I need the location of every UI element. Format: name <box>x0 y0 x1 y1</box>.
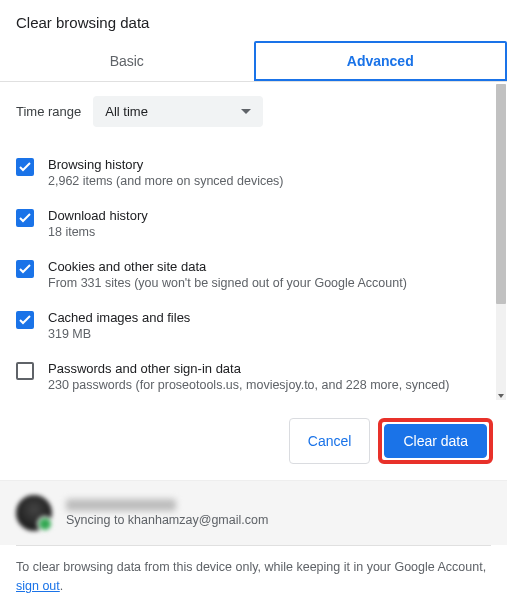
option-title: Cookies and other site data <box>48 259 407 274</box>
time-range-label: Time range <box>16 104 81 119</box>
time-range-select[interactable]: All time <box>93 96 263 127</box>
dialog-actions: Cancel Clear data <box>0 404 507 480</box>
option-row: Browsing history2,962 items (and more on… <box>16 147 491 198</box>
sign-out-link[interactable]: sign out <box>16 579 60 593</box>
option-row: Download history18 items <box>16 198 491 249</box>
account-area: Syncing to khanhamzay@gmail.com <box>0 480 507 545</box>
tab-basic[interactable]: Basic <box>0 41 254 81</box>
tab-advanced[interactable]: Advanced <box>254 41 508 81</box>
time-range-value: All time <box>105 104 148 119</box>
cancel-button[interactable]: Cancel <box>289 418 371 464</box>
tab-bar: Basic Advanced <box>0 41 507 82</box>
option-row: Passwords and other sign-in data230 pass… <box>16 351 491 402</box>
option-text: Cached images and files319 MB <box>48 310 190 341</box>
checkbox[interactable] <box>16 209 34 227</box>
option-subtitle: 319 MB <box>48 327 190 341</box>
option-row: Autofill form data <box>16 402 491 404</box>
option-title: Browsing history <box>48 157 284 172</box>
clear-data-highlight: Clear data <box>378 418 493 464</box>
footer-text-b: . <box>60 579 63 593</box>
dialog-title: Clear browsing data <box>0 0 507 41</box>
account-name <box>66 499 176 511</box>
option-title: Cached images and files <box>48 310 190 325</box>
option-text: Browsing history2,962 items (and more on… <box>48 157 284 188</box>
footer-text-a: To clear browsing data from this device … <box>16 560 486 574</box>
option-row: Cached images and files319 MB <box>16 300 491 351</box>
option-text: Passwords and other sign-in data230 pass… <box>48 361 449 392</box>
option-title: Download history <box>48 208 148 223</box>
chevron-down-icon <box>241 109 251 114</box>
option-subtitle: From 331 sites (you won't be signed out … <box>48 276 407 290</box>
checkbox[interactable] <box>16 362 34 380</box>
checkbox[interactable] <box>16 311 34 329</box>
option-subtitle: 230 passwords (for proseotools.us, movie… <box>48 378 449 392</box>
account-sync-status: Syncing to khanhamzay@gmail.com <box>66 513 268 527</box>
checkbox[interactable] <box>16 260 34 278</box>
option-subtitle: 18 items <box>48 225 148 239</box>
option-text: Cookies and other site dataFrom 331 site… <box>48 259 407 290</box>
clear-data-button[interactable]: Clear data <box>384 424 487 458</box>
option-title: Passwords and other sign-in data <box>48 361 449 376</box>
checkbox[interactable] <box>16 158 34 176</box>
footer-note: To clear browsing data from this device … <box>0 546 507 606</box>
time-range-row: Time range All time <box>16 96 491 127</box>
avatar <box>16 495 52 531</box>
option-text: Download history18 items <box>48 208 148 239</box>
option-subtitle: 2,962 items (and more on synced devices) <box>48 174 284 188</box>
scrollbar[interactable] <box>496 84 506 400</box>
option-row: Cookies and other site dataFrom 331 site… <box>16 249 491 300</box>
scrollbar-down-icon[interactable] <box>498 394 504 398</box>
options-scroll-region: Time range All time Browsing history2,96… <box>0 82 507 404</box>
scrollbar-thumb[interactable] <box>496 84 506 304</box>
